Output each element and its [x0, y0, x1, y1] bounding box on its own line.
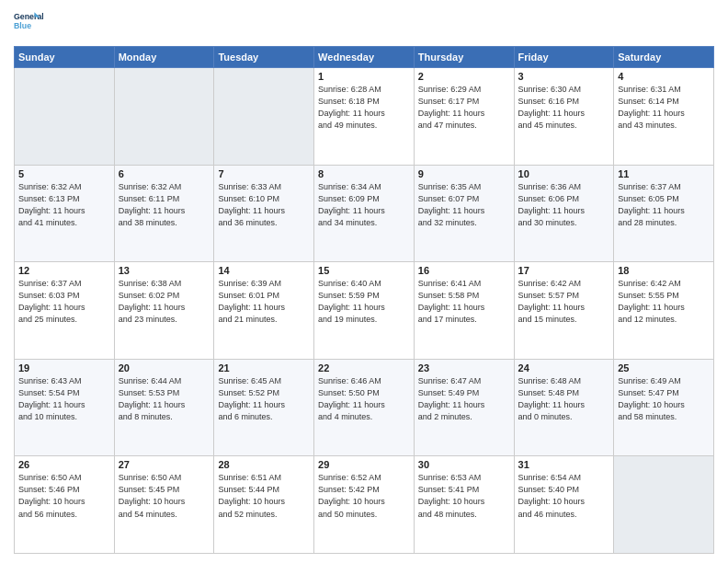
day-info: Sunrise: 6:48 AM Sunset: 5:48 PM Dayligh…: [518, 375, 610, 423]
day-number: 17: [518, 265, 610, 276]
calendar-cell: 12Sunrise: 6:37 AM Sunset: 6:03 PM Dayli…: [15, 262, 115, 360]
day-number: 23: [418, 362, 510, 373]
day-info: Sunrise: 6:35 AM Sunset: 6:07 PM Dayligh…: [418, 181, 510, 229]
calendar-cell: 31Sunrise: 6:54 AM Sunset: 5:40 PM Dayli…: [514, 456, 614, 554]
calendar-header-thursday: Thursday: [414, 47, 514, 68]
day-info: Sunrise: 6:31 AM Sunset: 6:14 PM Dayligh…: [618, 84, 710, 132]
calendar-header-wednesday: Wednesday: [314, 47, 415, 68]
calendar-week-3: 12Sunrise: 6:37 AM Sunset: 6:03 PM Dayli…: [15, 262, 714, 360]
page: General Blue SundayMondayTuesdayWednesda…: [0, 0, 728, 563]
calendar-header-saturday: Saturday: [614, 47, 714, 68]
calendar-cell: [15, 68, 115, 166]
day-info: Sunrise: 6:42 AM Sunset: 5:55 PM Dayligh…: [618, 278, 710, 326]
day-info: Sunrise: 6:37 AM Sunset: 6:03 PM Dayligh…: [18, 278, 110, 326]
day-number: 14: [218, 265, 310, 276]
day-info: Sunrise: 6:32 AM Sunset: 6:13 PM Dayligh…: [18, 181, 110, 229]
calendar-cell: [614, 456, 714, 554]
calendar-cell: 28Sunrise: 6:51 AM Sunset: 5:44 PM Dayli…: [214, 456, 314, 554]
day-info: Sunrise: 6:34 AM Sunset: 6:09 PM Dayligh…: [318, 181, 410, 229]
calendar-week-2: 5Sunrise: 6:32 AM Sunset: 6:13 PM Daylig…: [15, 165, 714, 262]
calendar-cell: 22Sunrise: 6:46 AM Sunset: 5:50 PM Dayli…: [314, 359, 415, 456]
day-number: 21: [218, 362, 310, 373]
calendar-cell: 5Sunrise: 6:32 AM Sunset: 6:13 PM Daylig…: [15, 165, 115, 262]
day-info: Sunrise: 6:42 AM Sunset: 5:57 PM Dayligh…: [518, 278, 610, 326]
day-number: 25: [618, 362, 710, 373]
day-number: 4: [618, 71, 710, 82]
day-info: Sunrise: 6:41 AM Sunset: 5:58 PM Dayligh…: [418, 278, 510, 326]
calendar-week-4: 19Sunrise: 6:43 AM Sunset: 5:54 PM Dayli…: [15, 359, 714, 456]
day-number: 22: [318, 362, 410, 373]
day-info: Sunrise: 6:46 AM Sunset: 5:50 PM Dayligh…: [318, 375, 410, 423]
logo-icon: General Blue: [14, 9, 43, 39]
logo: General Blue: [14, 9, 43, 39]
day-number: 24: [518, 362, 610, 373]
calendar-cell: 27Sunrise: 6:50 AM Sunset: 5:45 PM Dayli…: [114, 456, 214, 554]
day-info: Sunrise: 6:29 AM Sunset: 6:17 PM Dayligh…: [418, 84, 510, 132]
day-number: 27: [119, 459, 210, 470]
day-info: Sunrise: 6:47 AM Sunset: 5:49 PM Dayligh…: [418, 375, 510, 423]
day-number: 8: [318, 168, 410, 179]
day-number: 31: [518, 459, 610, 470]
calendar-cell: 20Sunrise: 6:44 AM Sunset: 5:53 PM Dayli…: [114, 359, 214, 456]
calendar-cell: 2Sunrise: 6:29 AM Sunset: 6:17 PM Daylig…: [414, 68, 514, 166]
day-number: 7: [218, 168, 310, 179]
day-number: 12: [18, 265, 110, 276]
calendar-header-sunday: Sunday: [15, 47, 115, 68]
calendar-cell: [114, 68, 214, 166]
day-info: Sunrise: 6:52 AM Sunset: 5:42 PM Dayligh…: [318, 472, 410, 520]
day-info: Sunrise: 6:32 AM Sunset: 6:11 PM Dayligh…: [119, 181, 210, 229]
calendar-week-1: 1Sunrise: 6:28 AM Sunset: 6:18 PM Daylig…: [15, 68, 714, 166]
day-number: 10: [518, 168, 610, 179]
day-number: 3: [518, 71, 610, 82]
day-number: 13: [119, 265, 210, 276]
calendar-cell: 30Sunrise: 6:53 AM Sunset: 5:41 PM Dayli…: [414, 456, 514, 554]
calendar-cell: 14Sunrise: 6:39 AM Sunset: 6:01 PM Dayli…: [214, 262, 314, 360]
calendar-cell: 7Sunrise: 6:33 AM Sunset: 6:10 PM Daylig…: [214, 165, 314, 262]
day-info: Sunrise: 6:50 AM Sunset: 5:46 PM Dayligh…: [18, 472, 110, 520]
day-info: Sunrise: 6:51 AM Sunset: 5:44 PM Dayligh…: [218, 472, 310, 520]
day-number: 9: [418, 168, 510, 179]
calendar-header-tuesday: Tuesday: [214, 47, 314, 68]
day-number: 30: [418, 459, 510, 470]
calendar-cell: 6Sunrise: 6:32 AM Sunset: 6:11 PM Daylig…: [114, 165, 214, 262]
calendar-cell: 25Sunrise: 6:49 AM Sunset: 5:47 PM Dayli…: [614, 359, 714, 456]
day-number: 18: [618, 265, 710, 276]
calendar-cell: 1Sunrise: 6:28 AM Sunset: 6:18 PM Daylig…: [314, 68, 415, 166]
day-info: Sunrise: 6:49 AM Sunset: 5:47 PM Dayligh…: [618, 375, 710, 423]
calendar-table: SundayMondayTuesdayWednesdayThursdayFrid…: [14, 46, 714, 554]
calendar-header-row: SundayMondayTuesdayWednesdayThursdayFrid…: [15, 47, 714, 68]
day-info: Sunrise: 6:54 AM Sunset: 5:40 PM Dayligh…: [518, 472, 610, 520]
calendar-cell: 8Sunrise: 6:34 AM Sunset: 6:09 PM Daylig…: [314, 165, 415, 262]
day-info: Sunrise: 6:37 AM Sunset: 6:05 PM Dayligh…: [618, 181, 710, 229]
day-number: 29: [318, 459, 410, 470]
day-info: Sunrise: 6:28 AM Sunset: 6:18 PM Dayligh…: [318, 84, 410, 132]
day-number: 5: [18, 168, 110, 179]
calendar-cell: 15Sunrise: 6:40 AM Sunset: 5:59 PM Dayli…: [314, 262, 415, 360]
calendar-cell: 21Sunrise: 6:45 AM Sunset: 5:52 PM Dayli…: [214, 359, 314, 456]
calendar-cell: 4Sunrise: 6:31 AM Sunset: 6:14 PM Daylig…: [614, 68, 714, 166]
calendar-cell: 9Sunrise: 6:35 AM Sunset: 6:07 PM Daylig…: [414, 165, 514, 262]
day-info: Sunrise: 6:50 AM Sunset: 5:45 PM Dayligh…: [119, 472, 210, 520]
day-number: 15: [318, 265, 410, 276]
calendar-header-friday: Friday: [514, 47, 614, 68]
calendar-cell: 11Sunrise: 6:37 AM Sunset: 6:05 PM Dayli…: [614, 165, 714, 262]
day-info: Sunrise: 6:53 AM Sunset: 5:41 PM Dayligh…: [418, 472, 510, 520]
day-info: Sunrise: 6:45 AM Sunset: 5:52 PM Dayligh…: [218, 375, 310, 423]
day-info: Sunrise: 6:38 AM Sunset: 6:02 PM Dayligh…: [119, 278, 210, 326]
svg-text:Blue: Blue: [14, 21, 31, 30]
day-number: 11: [618, 168, 710, 179]
calendar-cell: 10Sunrise: 6:36 AM Sunset: 6:06 PM Dayli…: [514, 165, 614, 262]
day-info: Sunrise: 6:36 AM Sunset: 6:06 PM Dayligh…: [518, 181, 610, 229]
day-number: 28: [218, 459, 310, 470]
calendar-cell: [214, 68, 314, 166]
header: General Blue: [14, 9, 714, 39]
calendar-cell: 16Sunrise: 6:41 AM Sunset: 5:58 PM Dayli…: [414, 262, 514, 360]
calendar-cell: 26Sunrise: 6:50 AM Sunset: 5:46 PM Dayli…: [15, 456, 115, 554]
day-info: Sunrise: 6:39 AM Sunset: 6:01 PM Dayligh…: [218, 278, 310, 326]
calendar-cell: 13Sunrise: 6:38 AM Sunset: 6:02 PM Dayli…: [114, 262, 214, 360]
day-number: 6: [119, 168, 210, 179]
calendar-cell: 23Sunrise: 6:47 AM Sunset: 5:49 PM Dayli…: [414, 359, 514, 456]
day-number: 16: [418, 265, 510, 276]
day-number: 1: [318, 71, 410, 82]
day-number: 2: [418, 71, 510, 82]
